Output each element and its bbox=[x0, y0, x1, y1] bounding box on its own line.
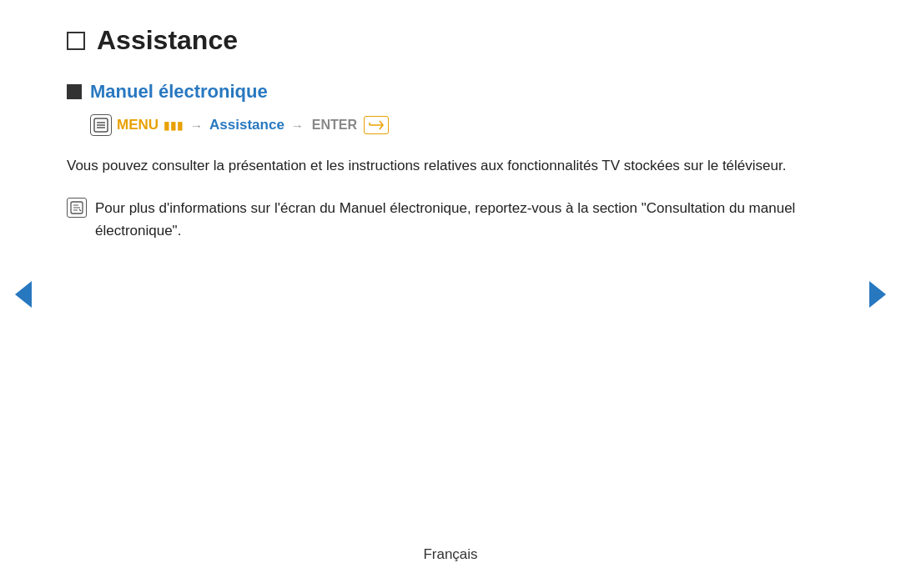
page-title: Assistance bbox=[97, 25, 238, 56]
page-container: Assistance Manuel électronique MENU ▮▮▮ … bbox=[0, 0, 901, 588]
arrow-2: → bbox=[291, 118, 304, 133]
description-text: Vous pouvez consulter la présentation et… bbox=[67, 154, 834, 177]
menu-label: MENU bbox=[117, 117, 159, 133]
section-title-row: Manuel électronique bbox=[67, 81, 834, 103]
note-text: Pour plus d'informations sur l'écran du … bbox=[95, 197, 834, 242]
nav-left-button[interactable] bbox=[15, 281, 32, 308]
black-square-icon bbox=[67, 84, 82, 99]
menu-sub-label: ▮▮▮ bbox=[164, 119, 184, 132]
enter-icon bbox=[364, 116, 389, 134]
header-checkbox-icon bbox=[67, 32, 85, 50]
menu-assistance-label: Assistance bbox=[209, 117, 284, 133]
footer-language: Français bbox=[423, 546, 477, 563]
note-icon bbox=[67, 198, 87, 218]
menu-row: MENU ▮▮▮ → Assistance → ENTER bbox=[90, 114, 834, 136]
page-header: Assistance bbox=[67, 25, 834, 56]
nav-right-button[interactable] bbox=[869, 281, 886, 308]
note-row: Pour plus d'informations sur l'écran du … bbox=[67, 197, 834, 242]
section-title: Manuel électronique bbox=[90, 81, 268, 103]
menu-icon bbox=[90, 114, 112, 136]
arrow-1: → bbox=[190, 118, 203, 133]
enter-label: ENTER bbox=[312, 118, 357, 133]
